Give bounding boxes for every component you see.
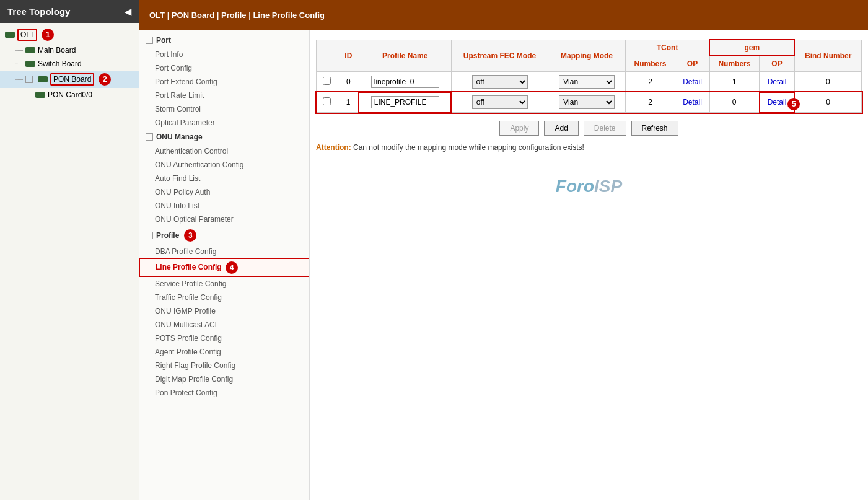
badge-1: 1 — [42, 29, 54, 41]
profile-section-label[interactable]: Profile — [156, 231, 179, 240]
col-profile-name: Profile Name — [359, 40, 451, 72]
row-fec-select-1[interactable]: offon — [472, 95, 528, 109]
nav-port-rate-limit[interactable]: Port Rate Limit — [139, 89, 309, 102]
nav-section-onu-manage[interactable]: ONU Manage — [139, 129, 309, 144]
sidebar-item-pon-board[interactable]: ├─ PON Board 2 — [0, 71, 139, 88]
attention-message: Can not modify the mapping mode while ma… — [353, 143, 584, 152]
content-area: OLT | PON Board | Profile | Line Profile… — [139, 0, 868, 500]
pon-board-checkbox[interactable] — [25, 76, 33, 83]
col-id: ID — [338, 40, 359, 72]
row-mapping-select-1[interactable]: VlanPortGem — [559, 95, 615, 109]
row-id-1: 1 — [338, 92, 359, 113]
nav-auto-find-list[interactable]: Auto Find List — [139, 172, 309, 185]
nav-onu-optical-param[interactable]: ONU Optical Parameter — [139, 213, 309, 226]
olt-label[interactable]: OLT — [17, 29, 37, 41]
nav-digit-map-profile-config[interactable]: Digit Map Profile Config — [139, 372, 309, 386]
main-panel: ID Profile Name Upstream FEC Mode Mappin… — [310, 30, 868, 500]
line-profile-table: ID Profile Name Upstream FEC Mode Mappin… — [316, 39, 862, 113]
attention-text: Attention: Can not modify the mapping mo… — [316, 143, 862, 152]
pon-card-label: PON Card0/0 — [48, 90, 92, 99]
row-gem-op-link-0[interactable]: Detail — [768, 77, 787, 86]
left-nav: Port Port Info Port Config Port Extend C… — [139, 30, 310, 500]
onu-manage-checkbox[interactable] — [146, 133, 153, 141]
nav-auth-control[interactable]: Authentication Control — [139, 144, 309, 158]
col-tcont-op: OP — [675, 56, 710, 72]
nav-traffic-profile-config[interactable]: Traffic Profile Config — [139, 291, 309, 304]
col-tcont-group: TCont — [625, 40, 709, 56]
col-tcont-numbers: Numbers — [625, 56, 675, 72]
profile-checkbox[interactable] — [146, 232, 153, 239]
row-checkbox-0[interactable] — [323, 77, 331, 85]
add-button[interactable]: Add — [544, 121, 578, 136]
nav-dba-profile-config[interactable]: DBA Profile Config — [139, 245, 309, 258]
nav-onu-igmp-profile[interactable]: ONU IGMP Profile — [139, 304, 309, 318]
switch-board-label: Switch Board — [38, 59, 82, 68]
row-tcont-op-link-0[interactable]: Detail — [683, 77, 702, 86]
sidebar-header: Tree Topology ◀ — [0, 0, 139, 23]
port-checkbox[interactable] — [146, 37, 153, 44]
nav-section-port[interactable]: Port — [139, 33, 309, 48]
sidebar-item-main-board[interactable]: ├─ Main Board — [0, 43, 139, 57]
sidebar-item-olt[interactable]: OLT 1 — [0, 26, 139, 43]
nav-onu-auth-config[interactable]: ONU Authentication Config — [139, 158, 309, 172]
switch-board-icon — [25, 61, 35, 67]
row-profile-name-1[interactable] — [371, 96, 439, 108]
sidebar-item-switch-board[interactable]: ├─ Switch Board — [0, 57, 139, 71]
row-gem-numbers-1: 0 — [709, 92, 759, 113]
main-board-label: Main Board — [38, 46, 76, 55]
row-gem-numbers-0: 1 — [709, 72, 759, 92]
row-checkbox-1[interactable] — [323, 97, 331, 105]
row-gem-op-link-1[interactable]: Detail — [768, 98, 787, 107]
onu-manage-section-label[interactable]: ONU Manage — [156, 133, 203, 141]
olt-icon — [5, 32, 15, 38]
breadcrumb-text: OLT | PON Board | Profile | Line Profile… — [149, 11, 325, 20]
col-select — [317, 40, 338, 72]
nav-port-extend-config[interactable]: Port Extend Config — [139, 75, 309, 89]
nav-service-profile-config[interactable]: Service Profile Config — [139, 277, 309, 291]
pon-board-label[interactable]: PON Board — [50, 73, 94, 86]
nav-line-profile-config[interactable]: Line Profile Config 4 — [139, 258, 309, 277]
port-section-label[interactable]: Port — [156, 36, 171, 45]
col-gem-op: OP — [760, 56, 795, 72]
sidebar-collapse-arrow[interactable]: ◀ — [125, 7, 131, 17]
breadcrumb: OLT | PON Board | Profile | Line Profile… — [139, 0, 868, 30]
row-profile-name-0[interactable] — [371, 76, 439, 88]
apply-button[interactable]: Apply — [499, 121, 539, 136]
row-tcont-numbers-0: 2 — [625, 72, 675, 92]
content-body: Port Port Info Port Config Port Extend C… — [139, 30, 868, 500]
nav-optical-parameter[interactable]: Optical Parameter — [139, 116, 309, 129]
sidebar-item-pon-card[interactable]: └─ PON Card0/0 — [0, 88, 139, 102]
nav-onu-multicast-acl[interactable]: ONU Multicast ACL — [139, 318, 309, 331]
badge-3: 3 — [184, 229, 196, 242]
sidebar-title: Tree Topology — [7, 6, 70, 17]
nav-port-info[interactable]: Port Info — [139, 48, 309, 61]
main-board-icon — [25, 47, 35, 53]
nav-onu-info-list[interactable]: ONU Info List — [139, 199, 309, 213]
nav-right-flag-profile-config[interactable]: Right Flag Profile Config — [139, 359, 309, 372]
nav-storm-control[interactable]: Storm Control — [139, 102, 309, 116]
col-bind-number: Bind Number — [794, 40, 861, 72]
row-bind-number-0: 0 — [794, 72, 861, 92]
sidebar-tree: OLT 1 ├─ Main Board ├─ Switch Board ├─ P… — [0, 23, 139, 500]
badge-4: 4 — [226, 261, 238, 274]
nav-port-config[interactable]: Port Config — [139, 61, 309, 75]
nav-pon-protect-config[interactable]: Pon Protect Config — [139, 386, 309, 400]
refresh-button[interactable]: Refresh — [631, 121, 678, 136]
nav-onu-policy-auth[interactable]: ONU Policy Auth — [139, 185, 309, 199]
watermark-text: ForoISP — [316, 177, 862, 196]
row-tcont-numbers-1: 2 — [625, 92, 675, 113]
nav-section-profile[interactable]: Profile 3 — [139, 226, 309, 245]
pon-card-icon — [35, 92, 45, 98]
col-upstream-fec-mode: Upstream FEC Mode — [451, 40, 548, 72]
row-fec-select-0[interactable]: offon — [472, 75, 528, 89]
nav-pots-profile-config[interactable]: POTS Profile Config — [139, 331, 309, 345]
badge-2: 2 — [99, 73, 111, 86]
row-mapping-select-0[interactable]: VlanPortGem — [559, 75, 615, 89]
nav-agent-profile-config[interactable]: Agent Profile Config — [139, 345, 309, 359]
sidebar: Tree Topology ◀ OLT 1 ├─ Main Board ├─ S… — [0, 0, 139, 500]
delete-button[interactable]: Delete — [584, 121, 626, 136]
row-tcont-op-link-1[interactable]: Detail — [683, 98, 702, 107]
row-id-0: 0 — [338, 72, 359, 92]
col-mapping-mode: Mapping Mode — [548, 40, 626, 72]
row-bind-number-1: 0 — [794, 92, 861, 113]
